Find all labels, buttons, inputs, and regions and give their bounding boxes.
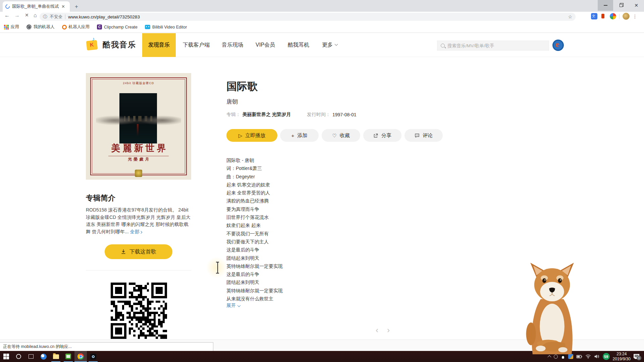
favorite-button[interactable]: ♡ 收藏 — [322, 129, 360, 142]
tray-expand-icon[interactable] — [548, 355, 551, 358]
search-input[interactable] — [447, 43, 541, 48]
address-bar[interactable]: ⓘ 不安全 www.kuwo.cn/play_detail/73250283 ☆ — [40, 13, 576, 21]
task-view-icon — [29, 354, 34, 359]
bookmark-label: 我的机器人 — [34, 24, 55, 30]
status-text: 正在等待 mobilead.kuwo.cn 的响应... — [3, 344, 72, 350]
volume-icon[interactable] — [594, 354, 600, 359]
smoke-art — [96, 113, 181, 128]
album-name-link[interactable]: 美丽新世界之 光荣岁月 — [243, 112, 291, 118]
clipchamp-icon: C — [97, 24, 102, 29]
bookmark-clipchamp[interactable]: C Clipchamp Create — [97, 24, 138, 29]
stop-icon[interactable]: ✕ — [25, 12, 29, 18]
carousel-next-icon[interactable]: › — [387, 327, 390, 334]
share-button[interactable]: 分享 — [363, 129, 401, 142]
notification-center-button[interactable]: 1 — [634, 354, 639, 359]
left-divider — [86, 270, 191, 270]
bookmark-label: 应用 — [11, 24, 19, 30]
close-button[interactable]: ✕ — [629, 0, 644, 11]
bookmark-star-icon[interactable]: ☆ — [568, 14, 572, 19]
play-now-button[interactable]: ▷ 立即播放 — [226, 129, 277, 142]
taskbar-apps — [0, 351, 99, 362]
lyric-line: 奴隶们起来 起来 — [226, 221, 428, 229]
bookmark-robot-app[interactable]: 机器人应用 — [62, 24, 90, 30]
bookmark-apps[interactable]: 应用 — [4, 24, 19, 30]
restore-button[interactable] — [613, 0, 629, 11]
lyric-line: 曲：Degeyter — [226, 173, 428, 181]
tab-close-icon[interactable]: ✕ — [61, 4, 65, 9]
nav-live-music[interactable]: 音乐现场 — [221, 33, 244, 57]
search-box[interactable] — [437, 41, 549, 51]
nav-label: VIP会员 — [256, 42, 275, 49]
nav-vip[interactable]: VIP会员 — [254, 33, 277, 57]
cortana-button[interactable] — [12, 351, 25, 362]
bookmark-my-robot[interactable]: 我的机器人 — [26, 24, 55, 30]
tray-circle-icon[interactable] — [554, 355, 558, 359]
media-app-icon — [90, 354, 96, 360]
taskbar-video-editor[interactable] — [62, 351, 74, 362]
folder-icon — [53, 354, 59, 359]
album-description: ROD5158 滚石香港在97年8月发行的合辑。 24bit珍藏版金碟CD 全情… — [86, 206, 193, 235]
lyric-line: 旧世界打个落花流水 — [226, 213, 428, 221]
translate-extension-icon[interactable] — [591, 13, 597, 19]
minimize-button[interactable] — [598, 0, 613, 11]
cover-rule — [108, 156, 169, 156]
cortana-icon — [16, 354, 21, 359]
add-label: 添加 — [297, 132, 307, 139]
nav-discover-music[interactable]: 发现音乐 — [142, 33, 176, 57]
text-cursor — [216, 261, 219, 274]
album-cover: 24bit 珍藏版金碟CD 美麗新世界 光榮歲月 — [86, 73, 191, 180]
record-label-logo — [135, 170, 142, 177]
window-controls: ✕ — [598, 0, 644, 11]
office-extension-icon[interactable] — [600, 13, 607, 19]
play-label: 立即播放 — [245, 132, 265, 139]
release-label: 发行时间： — [307, 112, 330, 118]
download-icon — [121, 249, 126, 254]
browser-profile-avatar[interactable] — [623, 13, 630, 20]
taskbar-quark-browser[interactable] — [37, 351, 50, 362]
taskbar-clock[interactable]: 23:24 2019/9/30 — [613, 352, 631, 362]
forward-icon[interactable]: → — [14, 12, 20, 18]
lyric-line: 这是最后的斗争 — [226, 246, 428, 254]
nav-download-client[interactable]: 下载客户端 — [181, 33, 211, 57]
bookmark-label: Clipchamp Create — [104, 25, 138, 29]
nav-more[interactable]: 更多 — [320, 33, 340, 57]
info-icon[interactable]: ⓘ — [43, 14, 47, 20]
security-label: 不安全 — [50, 14, 63, 20]
song-artist[interactable]: 唐朝 — [226, 98, 238, 106]
browser-menu-icon[interactable]: ⋮ — [633, 14, 637, 19]
bookmark-bilibili[interactable]: Bilibili Video Editor — [145, 25, 187, 29]
nav-headphones[interactable]: 酷我耳机 — [287, 33, 310, 57]
browser-toolbar: ← → ✕ ⌂ ⓘ 不安全 www.kuwo.cn/play_detail/73… — [0, 12, 644, 21]
home-icon[interactable]: ⌂ — [34, 12, 37, 18]
start-button[interactable] — [0, 351, 12, 362]
share-icon — [373, 133, 378, 138]
lyrics-expand-link[interactable]: 展开 — [226, 303, 240, 309]
url-text[interactable]: www.kuwo.cn/play_detail/73250283 — [68, 14, 565, 19]
colorful-extension-icon[interactable] — [610, 13, 616, 19]
taskbar-file-explorer[interactable] — [50, 351, 62, 362]
browser-tab[interactable]: 国际歌_唐朝_单曲在线试听_酷我 ✕ — [3, 1, 70, 12]
add-button[interactable]: + 添加 — [280, 129, 319, 142]
heart-icon: ♡ — [332, 133, 336, 138]
battery-icon[interactable] — [576, 355, 582, 359]
download-button-label: 下载这首歌 — [129, 248, 156, 255]
user-avatar[interactable] — [552, 40, 564, 51]
back-icon[interactable]: ← — [4, 12, 10, 18]
chevron-right-icon — [140, 231, 142, 233]
kuwo-logo[interactable]: ♪ 酷我音乐 — [86, 38, 136, 51]
desktop-pet-dog[interactable] — [523, 261, 581, 355]
play-icon: ▷ — [238, 133, 243, 138]
download-song-button[interactable]: 下载这首歌 — [105, 244, 172, 259]
comment-button[interactable]: 评论 — [405, 129, 443, 142]
nav-label: 音乐现场 — [222, 42, 243, 49]
taskbar-media-app[interactable] — [87, 351, 99, 362]
new-tab-button[interactable]: + — [72, 3, 80, 11]
album-more-link[interactable]: 全部 — [130, 229, 142, 234]
wifi-icon[interactable] — [585, 354, 591, 359]
share-label: 分享 — [381, 132, 391, 139]
carousel-prev-icon[interactable]: ‹ — [376, 327, 378, 334]
tray-number-badge[interactable]: 59 — [603, 353, 610, 360]
comment-icon — [415, 133, 420, 138]
taskbar-chrome[interactable] — [74, 351, 87, 362]
task-view-button[interactable] — [25, 351, 37, 362]
